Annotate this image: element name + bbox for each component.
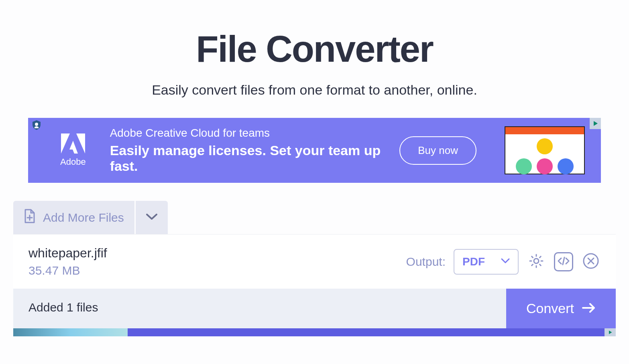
arrow-right-icon bbox=[582, 301, 596, 316]
close-circle-icon bbox=[582, 253, 599, 271]
ad-logo: Adobe bbox=[60, 133, 86, 167]
svg-point-1 bbox=[534, 259, 539, 263]
ad-subhead: Easily manage licenses. Set your team up… bbox=[110, 143, 400, 174]
settings-button[interactable] bbox=[527, 252, 546, 271]
footer-status: Added 1 files bbox=[13, 289, 506, 328]
adchoices-icon[interactable] bbox=[605, 328, 616, 336]
add-more-files-button[interactable]: Add More Files bbox=[13, 201, 134, 234]
output-format-value: PDF bbox=[462, 255, 485, 268]
bottom-ad-image bbox=[13, 328, 128, 336]
chevron-down-icon bbox=[146, 214, 157, 221]
shield-icon bbox=[32, 120, 41, 131]
file-plus-icon bbox=[24, 209, 36, 226]
page-subtitle: Easily convert files from one format to … bbox=[0, 82, 629, 98]
file-size: 35.47 MB bbox=[28, 264, 406, 277]
file-row: whitepaper.jfif 35.47 MB Output: PDF bbox=[13, 234, 616, 289]
adobe-logo-icon bbox=[61, 133, 85, 154]
add-more-files-label: Add More Files bbox=[43, 211, 124, 224]
add-more-files-dropdown[interactable] bbox=[134, 201, 168, 234]
remove-file-button[interactable] bbox=[581, 252, 601, 271]
embed-code-button[interactable] bbox=[554, 252, 573, 271]
convert-button[interactable]: Convert bbox=[506, 289, 616, 328]
bottom-ad-strip bbox=[13, 328, 616, 336]
ad-buy-button[interactable]: Buy now bbox=[399, 136, 476, 165]
ad-brand-text: Adobe bbox=[60, 157, 86, 167]
output-label: Output: bbox=[406, 255, 446, 269]
ad-headline: Adobe Creative Cloud for teams bbox=[110, 127, 400, 140]
file-name: whitepaper.jfif bbox=[28, 246, 406, 261]
page-title: File Converter bbox=[0, 28, 629, 70]
chevron-down-icon bbox=[501, 258, 510, 265]
adchoices-icon[interactable] bbox=[590, 118, 601, 129]
svg-point-0 bbox=[35, 123, 38, 126]
gear-icon bbox=[528, 253, 545, 271]
bottom-ad-bar bbox=[128, 328, 605, 336]
ad-banner[interactable]: Adobe Adobe Creative Cloud for teams Eas… bbox=[28, 118, 601, 183]
ad-illustration bbox=[505, 126, 585, 174]
output-format-select[interactable]: PDF bbox=[454, 249, 519, 275]
code-icon bbox=[557, 257, 570, 267]
convert-button-label: Convert bbox=[526, 301, 574, 316]
